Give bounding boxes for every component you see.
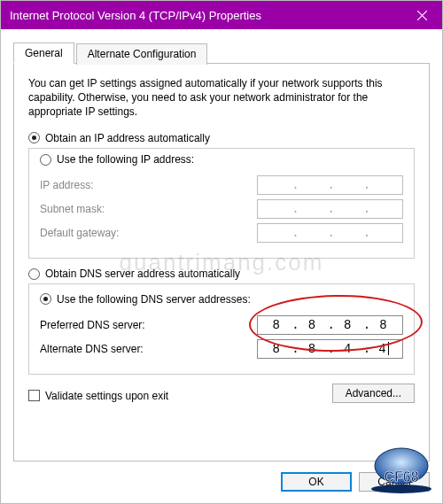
- group-dns-manual: Use the following DNS server addresses: …: [28, 283, 415, 375]
- titlebar: Internet Protocol Version 4 (TCP/IPv4) P…: [1, 1, 442, 29]
- text-caret: [388, 342, 389, 355]
- field-preferred-dns: Preferred DNS server: 8. 8. 8. 8: [40, 315, 403, 335]
- radio-ip-manual-label: Use the following IP address:: [57, 153, 194, 166]
- group-ip-manual: Use the following IP address: IP address…: [28, 148, 415, 260]
- close-icon: [417, 11, 427, 20]
- field-alternate-dns: Alternate DNS server: 8. 8. 4. 4: [40, 339, 403, 359]
- default-gateway-label: Default gateway:: [40, 227, 257, 239]
- ip-address-input: ...: [257, 175, 403, 195]
- tab-general[interactable]: General: [13, 43, 74, 64]
- radio-dns-auto[interactable]: Obtain DNS server address automatically: [28, 268, 415, 280]
- radio-icon: [28, 132, 40, 143]
- description-text: You can get IP settings assigned automat…: [28, 76, 415, 120]
- preferred-dns-label: Preferred DNS server:: [40, 319, 257, 331]
- radio-icon: [40, 154, 51, 166]
- checkbox-validate-label: Validate settings upon exit: [45, 390, 168, 402]
- radio-dns-auto-label: Obtain DNS server address automatically: [45, 268, 240, 280]
- checkbox-validate[interactable]: Validate settings upon exit: [28, 390, 168, 402]
- field-subnet-mask: Subnet mask: ...: [40, 199, 403, 219]
- preferred-dns-input[interactable]: 8. 8. 8. 8: [257, 315, 403, 335]
- alternate-dns-input[interactable]: 8. 8. 4. 4: [257, 339, 403, 359]
- radio-ip-auto[interactable]: Obtain an IP address automatically: [28, 132, 415, 144]
- radio-dns-manual[interactable]: Use the following DNS server addresses:: [38, 293, 253, 306]
- close-button[interactable]: [401, 1, 442, 29]
- cancel-button[interactable]: Cancel: [359, 472, 430, 492]
- subnet-mask-input: ...: [257, 199, 403, 219]
- default-gateway-input: ...: [257, 223, 403, 243]
- radio-dns-manual-label: Use the following DNS server addresses:: [57, 293, 251, 306]
- field-ip-address: IP address: ...: [40, 175, 403, 195]
- ip-address-label: IP address:: [40, 179, 257, 191]
- tab-strip: General Alternate Configuration: [13, 42, 430, 63]
- advanced-button[interactable]: Advanced...: [332, 384, 415, 403]
- checkbox-icon: [28, 390, 40, 401]
- radio-icon: [28, 268, 40, 280]
- radio-ip-manual[interactable]: Use the following IP address:: [38, 153, 196, 166]
- tab-alt-config[interactable]: Alternate Configuration: [76, 43, 208, 65]
- radio-ip-auto-label: Obtain an IP address automatically: [45, 132, 210, 144]
- alternate-dns-label: Alternate DNS server:: [40, 343, 257, 355]
- field-default-gateway: Default gateway: ...: [40, 223, 403, 243]
- ok-button[interactable]: OK: [281, 472, 352, 492]
- tab-page-general: You can get IP settings assigned automat…: [13, 63, 430, 461]
- window-title: Internet Protocol Version 4 (TCP/IPv4) P…: [10, 9, 401, 22]
- subnet-mask-label: Subnet mask:: [40, 203, 257, 215]
- radio-icon: [40, 293, 51, 305]
